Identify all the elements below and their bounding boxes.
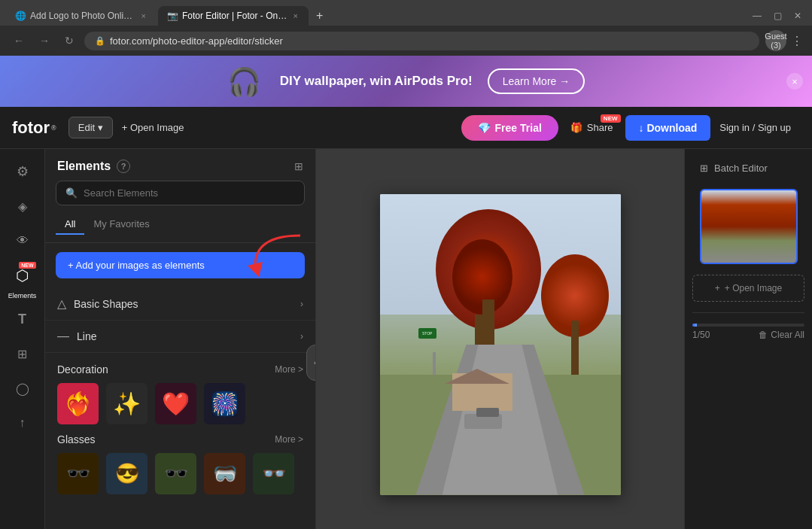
profile-button[interactable]: Guest (3) <box>765 30 786 51</box>
panel-divider <box>692 312 804 313</box>
tool-elements: ⬡ NEW Elements <box>8 260 38 299</box>
glasses-section: Glasses More > 🕶️ 😎 🕶️ 🥽 👓 <box>45 430 315 500</box>
edit-button[interactable]: Edit ▾ <box>68 117 113 138</box>
glasses-header: Glasses More > <box>57 433 303 445</box>
search-icon: 🔍 <box>65 187 78 199</box>
browser-chrome: 🌐 Add Logo to Photo Online for... × 📷 Fo… <box>0 0 812 56</box>
search-input[interactable] <box>84 187 295 199</box>
filters-tool-button[interactable]: ⚙ <box>8 157 38 187</box>
glasses-more-link[interactable]: More > <box>275 434 303 445</box>
deco-item-4[interactable]: 🎆 <box>204 383 245 424</box>
house-roof <box>445 369 509 384</box>
glasses-item-3[interactable]: 🕶️ <box>155 453 196 494</box>
tab-2-title: Fotor Editor | Fotor - Online... <box>182 11 287 21</box>
image-thumbnail[interactable] <box>700 189 798 264</box>
tool-text: T <box>8 304 38 334</box>
tab-2-favicon: 📷 <box>167 11 178 21</box>
search-box[interactable]: 🔍 <box>56 181 305 205</box>
effects-tool-button[interactable]: ◯ <box>8 373 38 403</box>
grid-view-icon[interactable]: ⊞ <box>294 160 303 172</box>
basic-shapes-section[interactable]: △ Basic Shapes › <box>45 287 315 321</box>
elements-new-badge: NEW <box>19 262 35 269</box>
tool-layers: ⊞ <box>8 339 38 369</box>
tab-1-close-icon[interactable]: × <box>140 11 147 20</box>
text-tool-button[interactable]: T <box>8 304 38 334</box>
glasses-item-1[interactable]: 🕶️ <box>57 453 99 494</box>
basic-shapes-left: △ Basic Shapes <box>57 296 138 311</box>
eye-tool-button[interactable]: 👁 <box>8 226 38 256</box>
upload-tool-button[interactable]: ↑ <box>8 408 38 438</box>
open-image-button[interactable]: + Open Image <box>113 117 193 138</box>
clear-all-label: Clear All <box>771 330 804 340</box>
learn-more-button[interactable]: Learn More → <box>488 68 585 94</box>
free-trial-label: Free Trial <box>495 122 542 134</box>
promo-banner: 🎧 DIY wallpaper, win AirPods Pro! Learn … <box>0 56 812 107</box>
glasses-item-4[interactable]: 🥽 <box>204 453 245 494</box>
progress-text: 1/50 🗑 Clear All <box>692 330 804 340</box>
batch-editor-button[interactable]: ⊞ Batch Editor <box>692 158 804 178</box>
panel-title: Elements ? <box>57 160 130 173</box>
basic-shapes-chevron-icon: › <box>300 299 303 309</box>
tab-1-favicon: 🌐 <box>15 11 26 21</box>
batch-editor-icon: ⊞ <box>700 163 708 174</box>
address-bar[interactable]: 🔒 fotor.com/photo-editor-app/editor/stic… <box>84 32 759 50</box>
close-window-button[interactable]: ✕ <box>789 8 806 24</box>
promo-close-button[interactable]: × <box>786 73 803 90</box>
plus-icon: + <box>715 283 720 293</box>
elements-tool-button[interactable]: ⬡ NEW <box>8 260 38 290</box>
tab-2[interactable]: 📷 Fotor Editor | Fotor - Online... × <box>158 6 309 26</box>
add-elements-container: + Add your images as elements <box>45 243 315 287</box>
panel-collapse-handle[interactable]: ‹ <box>306 345 316 381</box>
autumn-scene: STOP <box>380 194 621 495</box>
help-icon[interactable]: ? <box>117 160 130 173</box>
tool-effects: ◯ <box>8 373 38 403</box>
signin-button[interactable]: Sign in / Sign up <box>710 116 800 139</box>
minimize-button[interactable]: — <box>748 8 766 24</box>
tab-1-title: Add Logo to Photo Online for... <box>30 11 135 21</box>
adjust-tool-button[interactable]: ◈ <box>8 191 38 221</box>
progress-container: 1/50 🗑 Clear All <box>692 324 804 340</box>
street-sign: STOP <box>418 328 436 339</box>
tab-1[interactable]: 🌐 Add Logo to Photo Online for... × <box>6 6 157 26</box>
deco-item-3[interactable]: ❤️ <box>155 383 196 424</box>
glasses-more-label: More > <box>275 434 303 445</box>
browser-menu-button[interactable]: ⋮ <box>791 34 803 48</box>
nav-bar: ← → ↻ 🔒 fotor.com/photo-editor-app/edito… <box>0 26 812 56</box>
open-image-panel-button[interactable]: + + Open Image <box>692 275 804 302</box>
progress-count: 1/50 <box>692 330 710 340</box>
decoration-section: Decoration More > ❤️‍🔥 ✨ ❤️ 🎆 <box>45 353 315 430</box>
main-layout: ⚙ ◈ 👁 ⬡ NEW Elements T ⊞ ◯ ↑ ⋯ <box>0 149 812 529</box>
add-elements-button[interactable]: + Add your images as elements <box>56 252 305 278</box>
open-image-panel-label: + Open Image <box>725 283 782 293</box>
decoration-more-link[interactable]: More > <box>275 364 303 375</box>
progress-bar <box>692 324 804 327</box>
download-button[interactable]: ↓ Download <box>625 115 711 141</box>
right-trunk <box>571 321 579 375</box>
clear-all-button[interactable]: 🗑 Clear All <box>759 330 804 340</box>
glasses-item-5[interactable]: 👓 <box>253 453 294 494</box>
share-button[interactable]: 🎁 Share NEW <box>558 116 625 139</box>
basic-shapes-label: Basic Shapes <box>74 298 138 310</box>
decoration-items: ❤️‍🔥 ✨ ❤️ 🎆 <box>57 383 303 424</box>
line-label: Line <box>77 330 96 342</box>
deco-item-2[interactable]: ✨ <box>106 383 147 424</box>
glasses-items: 🕶️ 😎 🕶️ 🥽 👓 <box>57 453 303 494</box>
progress-fill <box>692 324 697 327</box>
layers-tool-button[interactable]: ⊞ <box>8 339 38 369</box>
elements-side-panel: Elements ? ⊞ 🔍 All My Favorites + Add yo… <box>45 149 316 529</box>
fotor-logo: fotor® <box>12 118 56 138</box>
tab-favorites[interactable]: My Favorites <box>84 214 158 235</box>
maximize-button[interactable]: ▢ <box>769 8 786 24</box>
forward-button[interactable]: → <box>35 32 54 50</box>
tab-2-close-icon[interactable]: × <box>292 11 300 20</box>
reload-button[interactable]: ↻ <box>60 32 78 50</box>
back-button[interactable]: ← <box>9 32 29 50</box>
line-section[interactable]: — Line › <box>45 321 315 353</box>
deco-item-1[interactable]: ❤️‍🔥 <box>57 383 99 424</box>
address-text: fotor.com/photo-editor-app/editor/sticke… <box>110 35 283 47</box>
free-trial-button[interactable]: 💎 Free Trial <box>461 115 558 141</box>
tab-all[interactable]: All <box>56 214 84 235</box>
new-tab-button[interactable]: + <box>310 6 329 26</box>
glasses-item-2[interactable]: 😎 <box>106 453 147 494</box>
app-header: fotor® Edit ▾ + Open Image 💎 Free Trial … <box>0 107 812 149</box>
